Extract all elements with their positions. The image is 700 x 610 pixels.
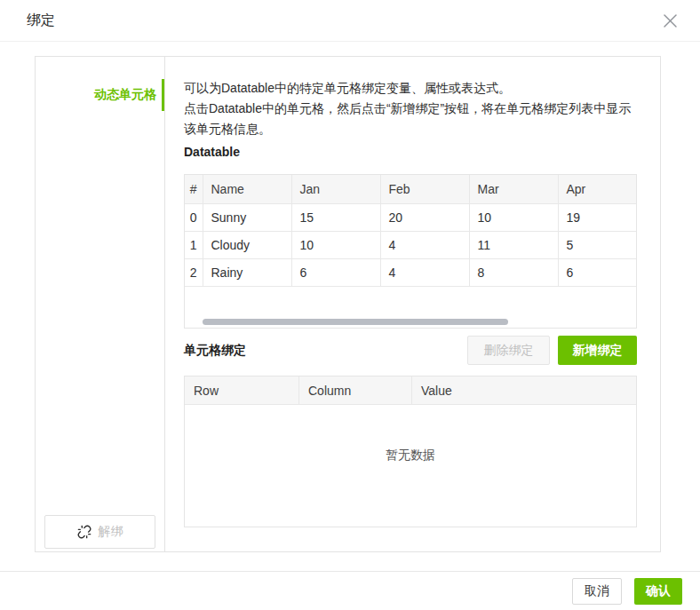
unlink-icon [77,525,91,539]
table-cell[interactable]: 8 [469,258,558,286]
binding-panel: 动态单元格 解绑 可以为Datatable中的特定单元格绑定变量、属性或表达式。… [35,56,661,552]
horizontal-scrollbar[interactable] [203,319,508,325]
binding-list-table: Row Column Value 暂无数据 [184,376,637,527]
table-cell[interactable]: 20 [380,203,469,231]
cell-binding-toolbar: 单元格绑定 删除绑定 新增绑定 [184,336,637,365]
cancel-button[interactable]: 取消 [572,578,622,605]
table-cell[interactable]: 6 [291,258,380,286]
column-header: Column [299,376,412,404]
column-header: Name [203,175,291,203]
unbind-button[interactable]: 解绑 [44,515,155,549]
table-cell[interactable]: 15 [291,203,380,231]
table-cell[interactable]: 10 [469,203,558,231]
close-icon[interactable] [661,12,679,29]
cell-binding-label: 单元格绑定 [184,343,467,359]
table-cell[interactable]: Sunny [203,203,291,231]
table-row: 1 Cloudy 10 4 11 5 [185,231,636,258]
table-cell[interactable]: 19 [558,203,636,231]
description-line: 点击Datatable中的单元格，然后点击“新增绑定”按钮，将在单元格绑定列表中… [184,99,637,139]
column-header: # [185,175,203,203]
empty-state: 暂无数据 [185,405,636,527]
table-cell[interactable]: 4 [380,258,469,286]
table-cell[interactable]: 10 [291,231,380,258]
datatable: # Name Jan Feb Mar Apr 0 Sunny 15 20 10 [184,174,637,329]
add-binding-button[interactable]: 新增绑定 [558,336,637,365]
table-cell[interactable]: 6 [558,258,636,286]
dialog-footer: 取消 确认 [0,571,700,610]
row-index-cell[interactable]: 1 [185,231,203,258]
column-header: Apr [558,175,636,203]
column-header: Value [412,376,636,404]
dialog-titlebar: 绑定 [0,0,700,42]
active-tab-indicator [162,79,164,111]
table-cell[interactable]: Cloudy [203,231,291,258]
description-line: 可以为Datatable中的特定单元格绑定变量、属性或表达式。 [184,78,637,99]
empty-state-text: 暂无数据 [386,448,435,463]
datatable-grid: # Name Jan Feb Mar Apr 0 Sunny 15 20 10 [185,175,636,287]
column-header: Row [185,376,299,404]
table-row: 0 Sunny 15 20 10 19 [185,203,636,231]
column-header: Jan [291,175,380,203]
table-cell[interactable]: 11 [469,231,558,258]
content-area: 可以为Datatable中的特定单元格绑定变量、属性或表达式。 点击Datata… [165,57,660,551]
unbind-button-label: 解绑 [99,524,123,540]
sidebar: 动态单元格 解绑 [36,57,165,551]
table-cell[interactable]: Rainy [203,258,291,286]
table-row: 2 Rainy 6 4 8 6 [185,258,636,286]
description: 可以为Datatable中的特定单元格绑定变量、属性或表达式。 点击Datata… [184,78,637,139]
row-index-cell[interactable]: 2 [185,258,203,286]
table-cell[interactable]: 5 [558,231,636,258]
dialog-title: 绑定 [27,12,55,30]
sidebar-item-label: 动态单元格 [94,87,156,103]
column-header: Feb [380,175,469,203]
confirm-button[interactable]: 确认 [634,578,682,605]
sidebar-item-dynamic-cell[interactable]: 动态单元格 [36,79,164,111]
delete-binding-button[interactable]: 删除绑定 [467,336,550,365]
column-header: Mar [469,175,558,203]
datatable-label: Datatable [184,145,637,159]
table-cell[interactable]: 4 [380,231,469,258]
row-index-cell[interactable]: 0 [185,203,203,231]
binding-table-header: Row Column Value [185,376,636,405]
datatable-header-row: # Name Jan Feb Mar Apr [185,175,636,203]
